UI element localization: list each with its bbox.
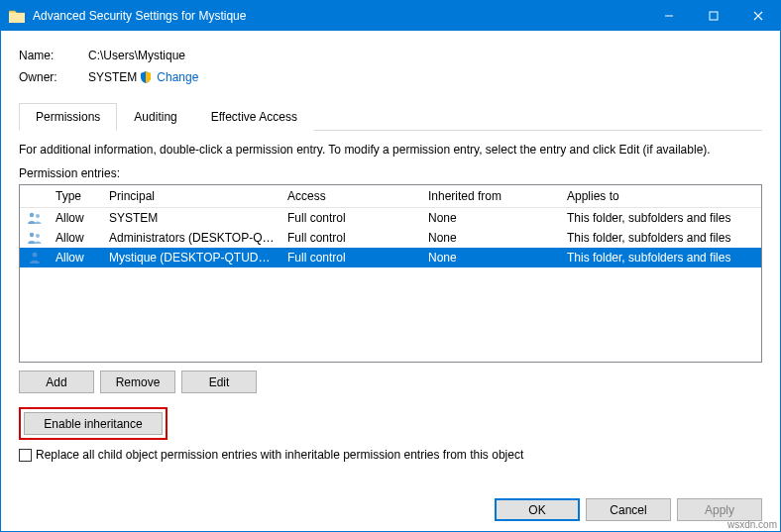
- add-button[interactable]: Add: [19, 371, 94, 393]
- entry-buttons: Add Remove Edit: [19, 371, 762, 393]
- table-row[interactable]: AllowAdministrators (DESKTOP-QT...Full c…: [20, 228, 761, 248]
- cell-access: Full control: [281, 251, 422, 265]
- content-area: Name: C:\Users\Mystique Owner: SYSTEM Ch…: [1, 31, 780, 531]
- svg-point-5: [30, 213, 34, 217]
- enable-inheritance-row: Enable inheritance: [19, 407, 762, 440]
- table-row[interactable]: AllowSYSTEMFull controlNoneThis folder, …: [20, 208, 761, 228]
- replace-checkbox-row: Replace all child object permission entr…: [19, 448, 762, 462]
- tab-permissions[interactable]: Permissions: [19, 103, 117, 131]
- header-type[interactable]: Type: [50, 185, 103, 207]
- cell-inherited: None: [422, 231, 561, 245]
- grid-header: Type Principal Access Inherited from App…: [20, 185, 761, 208]
- name-label: Name:: [19, 49, 88, 62]
- header-access[interactable]: Access: [281, 185, 422, 207]
- cell-inherited: None: [422, 251, 561, 265]
- cell-type: Allow: [50, 251, 103, 265]
- tab-permissions-label: Permissions: [36, 110, 100, 124]
- cell-access: Full control: [281, 211, 422, 225]
- people-icon: [20, 231, 50, 245]
- cell-applies: This folder, subfolders and files: [561, 251, 761, 265]
- folder-icon: [9, 9, 25, 23]
- header-applies[interactable]: Applies to: [561, 185, 761, 207]
- enable-inheritance-label: Enable inheritance: [44, 417, 142, 431]
- security-settings-window: Advanced Security Settings for Mystique …: [0, 0, 781, 532]
- replace-checkbox-label: Replace all child object permission entr…: [36, 448, 523, 462]
- svg-point-6: [36, 214, 40, 218]
- titlebar: Advanced Security Settings for Mystique: [1, 1, 780, 31]
- replace-checkbox[interactable]: [19, 449, 32, 462]
- tab-auditing[interactable]: Auditing: [117, 103, 193, 131]
- header-icon[interactable]: [20, 185, 50, 207]
- remove-button[interactable]: Remove: [100, 371, 175, 393]
- entries-label: Permission entries:: [19, 166, 762, 180]
- cell-principal: Mystique (DESKTOP-QTUD8T...: [103, 251, 281, 265]
- grid-body: AllowSYSTEMFull controlNoneThis folder, …: [20, 208, 761, 267]
- minimize-button[interactable]: [646, 1, 691, 31]
- edit-button-label: Edit: [209, 375, 230, 389]
- dialog-footer: OK Cancel Apply: [19, 486, 762, 521]
- svg-point-8: [36, 234, 40, 238]
- header-principal[interactable]: Principal: [103, 185, 281, 207]
- cell-applies: This folder, subfolders and files: [561, 231, 761, 245]
- add-button-label: Add: [46, 375, 66, 389]
- cell-inherited: None: [422, 211, 561, 225]
- info-text: For additional information, double-click…: [19, 143, 762, 157]
- name-value: C:\Users\Mystique: [88, 49, 185, 62]
- tab-effective-access-label: Effective Access: [211, 110, 297, 124]
- watermark: wsxdn.com: [727, 519, 777, 530]
- enable-inheritance-highlight: Enable inheritance: [19, 407, 167, 440]
- apply-button-label: Apply: [705, 503, 734, 517]
- permission-grid: Type Principal Access Inherited from App…: [19, 184, 762, 363]
- owner-label: Owner:: [19, 70, 88, 84]
- cell-type: Allow: [50, 231, 103, 245]
- people-icon: [20, 211, 50, 225]
- tab-auditing-label: Auditing: [134, 110, 176, 124]
- edit-button[interactable]: Edit: [181, 371, 257, 393]
- cancel-button[interactable]: Cancel: [586, 498, 671, 521]
- cell-access: Full control: [281, 231, 422, 245]
- table-row[interactable]: AllowMystique (DESKTOP-QTUD8T...Full con…: [20, 248, 761, 267]
- apply-button[interactable]: Apply: [677, 498, 762, 521]
- close-button[interactable]: [735, 1, 780, 31]
- maximize-button[interactable]: [691, 1, 735, 31]
- ok-button[interactable]: OK: [495, 498, 580, 521]
- shield-icon: [139, 70, 153, 84]
- change-owner-link[interactable]: Change: [157, 70, 198, 84]
- remove-button-label: Remove: [116, 375, 161, 389]
- tab-effective-access[interactable]: Effective Access: [194, 103, 314, 131]
- svg-rect-0: [9, 13, 25, 23]
- ok-button-label: OK: [528, 503, 545, 517]
- meta-section: Name: C:\Users\Mystique Owner: SYSTEM Ch…: [19, 45, 762, 88]
- window-title: Advanced Security Settings for Mystique: [33, 9, 646, 23]
- svg-point-7: [30, 233, 34, 237]
- person-icon: [20, 251, 50, 265]
- owner-value: SYSTEM: [88, 70, 137, 84]
- tab-strip: Permissions Auditing Effective Access: [19, 102, 762, 131]
- cell-principal: SYSTEM: [103, 211, 281, 225]
- svg-point-9: [33, 253, 38, 258]
- cancel-button-label: Cancel: [610, 503, 646, 517]
- cell-principal: Administrators (DESKTOP-QT...: [103, 231, 281, 245]
- header-inherited[interactable]: Inherited from: [422, 185, 561, 207]
- cell-applies: This folder, subfolders and files: [561, 211, 761, 225]
- svg-rect-2: [710, 12, 718, 20]
- cell-type: Allow: [50, 211, 103, 225]
- enable-inheritance-button[interactable]: Enable inheritance: [24, 412, 163, 435]
